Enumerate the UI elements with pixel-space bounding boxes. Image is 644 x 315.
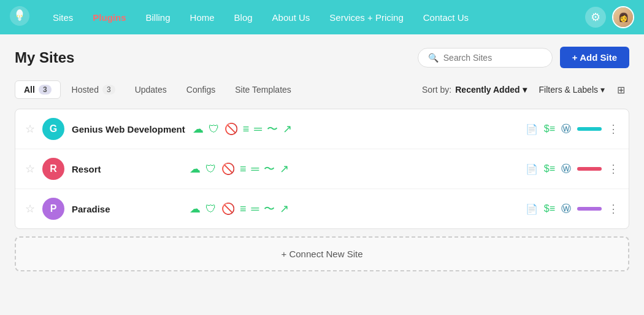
- wordpress-icon[interactable]: Ⓦ: [561, 123, 571, 136]
- ban-icon: 🚫: [224, 122, 238, 136]
- billing-icon[interactable]: $≡: [544, 123, 555, 134]
- billing-icon[interactable]: $≡: [544, 163, 555, 174]
- search-icon: 🔍: [428, 53, 439, 63]
- site-avatar: P: [42, 198, 64, 220]
- sort-value: Recently Added: [455, 85, 519, 95]
- cloud-icon: ☁: [193, 122, 204, 136]
- wordpress-icon[interactable]: Ⓦ: [561, 163, 571, 176]
- nav-right: ⚙ 👩: [585, 6, 634, 28]
- content-area: My Sites 🔍 + Add Site All 3 Hosted 3 Upd…: [0, 34, 644, 315]
- filters-labels-button[interactable]: Filters & Labels ▾: [539, 85, 605, 95]
- logo[interactable]: [10, 6, 32, 28]
- chevron-down-icon: ▾: [523, 85, 527, 95]
- site-avatar: R: [42, 158, 64, 180]
- chart-icon: ↗: [283, 122, 292, 136]
- nav-sites[interactable]: Sites: [44, 9, 82, 26]
- filter-updates-label: Updates: [135, 85, 167, 95]
- table-row: ☆ P Paradise ☁ 🛡 🚫 ≡ ═ 〜 ↗ 📄 $≡ Ⓦ ⋮: [15, 189, 629, 228]
- nav-billing[interactable]: Billing: [137, 9, 179, 26]
- filter-hosted-badge: 3: [102, 85, 115, 95]
- shield-icon: 🛡: [209, 123, 220, 136]
- site-actions: 📄 $≡ Ⓦ ⋮: [526, 162, 619, 176]
- chevron-down-icon-2: ▾: [600, 85, 605, 95]
- pages-icon[interactable]: 📄: [526, 123, 538, 135]
- nav-services-pricing[interactable]: Services + Pricing: [321, 9, 412, 26]
- site-actions: 📄 $≡ Ⓦ ⋮: [526, 122, 619, 136]
- sort-label: Sort by:: [422, 85, 451, 95]
- sort-by: Sort by: Recently Added ▾: [422, 85, 527, 95]
- lines-icon: ═: [251, 203, 259, 216]
- site-status-icons: ☁ 🛡 🚫 ≡ ═ 〜 ↗: [193, 122, 518, 136]
- lines-icon: ═: [251, 163, 259, 176]
- star-icon[interactable]: ☆: [25, 202, 35, 216]
- star-icon[interactable]: ☆: [25, 122, 35, 136]
- lines-icon: ═: [254, 123, 262, 136]
- connect-new-site-button[interactable]: + Connect New Site: [15, 236, 629, 271]
- site-name: Genius Web Development: [72, 124, 185, 134]
- pulse-icon: 〜: [264, 161, 275, 176]
- wordpress-icon[interactable]: Ⓦ: [561, 203, 571, 216]
- nav-home[interactable]: Home: [182, 9, 223, 26]
- site-actions: 📄 $≡ Ⓦ ⋮: [526, 202, 619, 216]
- pages-icon[interactable]: 📄: [526, 203, 538, 215]
- more-options-icon[interactable]: ⋮: [608, 122, 619, 136]
- avatar[interactable]: 👩: [612, 6, 634, 28]
- nav-about[interactable]: About Us: [264, 9, 319, 26]
- grid-view-icon[interactable]: ⊞: [612, 81, 629, 98]
- site-status-icons: ☁ 🛡 🚫 ≡ ═ 〜 ↗: [190, 201, 518, 216]
- billing-icon[interactable]: $≡: [544, 203, 555, 214]
- ban-icon: 🚫: [221, 202, 235, 216]
- filter-configs[interactable]: Configs: [178, 81, 224, 98]
- cloud-icon: ☁: [190, 162, 201, 176]
- shield-icon: 🛡: [205, 203, 217, 216]
- filter-site-templates[interactable]: Site Templates: [226, 81, 300, 98]
- header-actions: 🔍 + Add Site: [418, 47, 629, 68]
- svg-rect-2: [18, 18, 21, 20]
- avatar-image: 👩: [613, 7, 633, 27]
- svg-rect-3: [18, 20, 21, 21]
- site-name: Resort: [72, 164, 182, 174]
- sort-dropdown[interactable]: Recently Added ▾: [455, 85, 526, 95]
- filter-updates[interactable]: Updates: [126, 81, 175, 98]
- pages-icon[interactable]: 📄: [526, 163, 538, 175]
- stack-icon: ≡: [240, 163, 247, 176]
- pulse-icon: 〜: [267, 122, 278, 136]
- filter-all[interactable]: All 3: [15, 80, 61, 99]
- shield-icon: 🛡: [205, 163, 217, 176]
- color-bar: [577, 167, 602, 171]
- filter-row: All 3 Hosted 3 Updates Configs Site Temp…: [15, 80, 629, 99]
- header-row: My Sites 🔍 + Add Site: [15, 47, 629, 68]
- star-icon[interactable]: ☆: [25, 162, 35, 176]
- color-bar: [577, 207, 602, 211]
- chart-icon: ↗: [280, 162, 289, 176]
- pulse-icon: 〜: [264, 201, 275, 216]
- site-avatar: G: [42, 118, 64, 140]
- page-title: My Sites: [15, 49, 74, 66]
- stack-icon: ≡: [240, 203, 247, 216]
- filters-label: Filters & Labels: [539, 85, 598, 95]
- filter-hosted-label: Hosted: [72, 85, 99, 95]
- nav-plugins[interactable]: Plugins: [84, 9, 134, 26]
- settings-icon[interactable]: ⚙: [585, 7, 606, 28]
- nav-links: Sites Plugins Billing Home Blog About Us…: [44, 9, 585, 26]
- search-input[interactable]: [443, 53, 542, 63]
- site-name: Paradise: [72, 204, 182, 214]
- more-options-icon[interactable]: ⋮: [608, 202, 619, 216]
- more-options-icon[interactable]: ⋮: [608, 162, 619, 176]
- add-site-button[interactable]: + Add Site: [560, 47, 629, 68]
- table-row: ☆ R Resort ☁ 🛡 🚫 ≡ ═ 〜 ↗ 📄 $≡ Ⓦ ⋮: [15, 149, 629, 189]
- table-row: ☆ G Genius Web Development ☁ 🛡 🚫 ≡ ═ 〜 ↗…: [15, 109, 629, 149]
- color-bar: [577, 127, 602, 131]
- sites-list: ☆ G Genius Web Development ☁ 🛡 🚫 ≡ ═ 〜 ↗…: [15, 109, 629, 229]
- navbar: Sites Plugins Billing Home Blog About Us…: [0, 0, 644, 34]
- filter-all-label: All: [24, 85, 35, 95]
- nav-blog[interactable]: Blog: [226, 9, 261, 26]
- search-box[interactable]: 🔍: [418, 48, 553, 68]
- nav-contact[interactable]: Contact Us: [415, 9, 477, 26]
- filter-configs-label: Configs: [186, 85, 215, 95]
- chart-icon: ↗: [280, 202, 289, 216]
- filter-templates-label: Site Templates: [235, 85, 291, 95]
- filter-hosted[interactable]: Hosted 3: [63, 81, 124, 98]
- site-status-icons: ☁ 🛡 🚫 ≡ ═ 〜 ↗: [190, 161, 518, 176]
- filter-all-badge: 3: [39, 85, 52, 95]
